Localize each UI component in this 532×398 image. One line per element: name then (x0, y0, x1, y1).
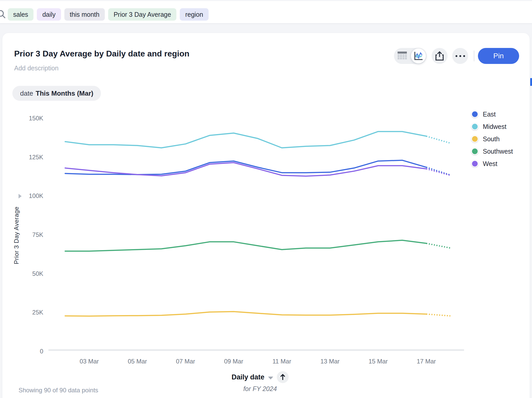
x-tick-15-mar: 15 Mar (363, 358, 394, 365)
legend-swatch-west (471, 160, 478, 167)
search-token-region[interactable]: region (180, 8, 209, 21)
legend-item-southwest[interactable]: Southwest (471, 145, 513, 157)
x-axis-subtitle: for FY 2024 (243, 385, 277, 393)
share-icon (435, 51, 444, 61)
drill-up-button[interactable] (277, 371, 289, 383)
filter-prefix: date (20, 89, 33, 97)
toolbar-divider (474, 51, 474, 61)
legend-label-west: West (483, 160, 497, 168)
legend-label-southwest: Southwest (483, 148, 513, 155)
answer-page: salesdailythis monthPrior 3 Day Averager… (0, 0, 532, 398)
search-token-sales[interactable]: sales (8, 8, 33, 21)
ellipsis-icon (456, 55, 465, 57)
line-southwest-forecast[interactable] (426, 243, 451, 248)
line-south-forecast[interactable] (426, 314, 451, 316)
legend-item-midwest[interactable]: Midwest (471, 120, 513, 133)
x-tick-11-mar: 11 Mar (267, 358, 297, 365)
search-token-list: salesdailythis monthPrior 3 Day Averager… (8, 8, 209, 21)
line-west-forecast[interactable] (426, 169, 451, 175)
x-tick-13-mar: 13 Mar (315, 358, 346, 365)
legend-swatch-south (471, 135, 478, 143)
legend-item-east[interactable]: East (471, 108, 513, 120)
table-view-icon[interactable] (398, 52, 407, 60)
scroll-indicator[interactable] (530, 78, 532, 86)
legend-item-west[interactable]: West (471, 157, 513, 170)
line-south[interactable] (65, 312, 426, 316)
add-description[interactable]: Add description (14, 64, 58, 72)
filter-value: This Months (Mar) (36, 89, 93, 97)
x-tick-17-mar: 17 Mar (411, 358, 442, 365)
arrow-up-icon (280, 374, 286, 380)
page-title[interactable]: Prior 3 Day Average by Daily date and re… (14, 49, 190, 59)
legend-swatch-southwest (471, 148, 478, 155)
legend-label-midwest: Midwest (483, 123, 507, 130)
search-bar[interactable]: salesdailythis monthPrior 3 Day Averager… (0, 1, 532, 23)
legend-label-east: East (483, 111, 496, 118)
line-chart-canvas[interactable] (36, 108, 469, 356)
line-midwest[interactable] (65, 131, 426, 148)
legend-swatch-midwest (471, 123, 478, 130)
more-options-button[interactable] (452, 48, 468, 64)
legend-item-south[interactable]: South (471, 133, 513, 145)
search-token-this-month[interactable]: this month (64, 8, 105, 21)
chart-legend: EastMidwestSouthSouthwestWest (471, 108, 513, 170)
data-points-footnote: Showing 90 of 90 data points (19, 387, 98, 394)
x-tick-07-mar: 07 Mar (170, 358, 201, 365)
pin-button[interactable]: Pin (478, 48, 519, 64)
share-button[interactable] (432, 48, 448, 64)
x-tick-03-mar: 03 Mar (74, 358, 105, 365)
legend-swatch-east (471, 111, 478, 118)
view-toggle[interactable] (394, 48, 426, 64)
x-axis-control: Daily date for FY 2024 (211, 371, 309, 393)
chevron-down-icon[interactable] (268, 377, 273, 379)
legend-label-south: South (483, 135, 500, 143)
search-icon (0, 9, 6, 20)
line-midwest-forecast[interactable] (426, 136, 451, 143)
chart-view-icon[interactable] (411, 48, 426, 63)
x-axis-label[interactable]: Daily date (231, 373, 264, 381)
line-southwest[interactable] (65, 240, 426, 251)
search-token-prior-3-day-average[interactable]: Prior 3 Day Average (108, 8, 176, 21)
date-filter-chip[interactable]: date This Months (Mar) (12, 86, 101, 101)
search-token-daily[interactable]: daily (37, 8, 61, 21)
x-tick-05-mar: 05 Mar (122, 358, 153, 365)
x-tick-09-mar: 09 Mar (218, 358, 249, 365)
